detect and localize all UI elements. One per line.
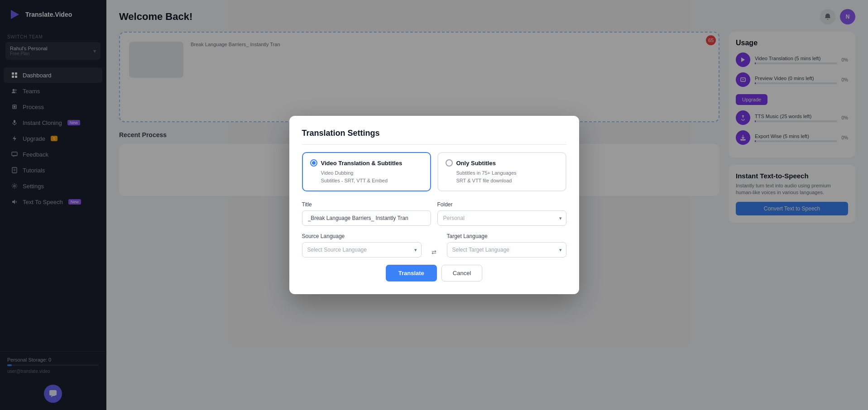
folder-select[interactable]: Personal Work Other xyxy=(437,210,566,226)
source-language-label: Source Language xyxy=(302,233,422,239)
target-language-select[interactable] xyxy=(447,242,566,257)
modal-title: Translation Settings xyxy=(302,129,566,145)
option1-label: Video Translation & Subtitles xyxy=(321,160,403,167)
source-language-group: Source Language ▾ Select Source Language xyxy=(302,233,422,257)
option2-label: Only Subtitles xyxy=(456,160,496,167)
language-row: Source Language ▾ Select Source Language… xyxy=(302,233,566,257)
translate-button[interactable]: Translate xyxy=(386,265,437,281)
option2-desc: Subtitles in 75+ Languages SRT & VTT fil… xyxy=(446,169,558,184)
cancel-button[interactable]: Cancel xyxy=(441,265,482,281)
title-group: Title xyxy=(302,201,431,226)
option1-header: Video Translation & Subtitles xyxy=(310,159,423,167)
target-language-select-wrapper: ▾ Select Target Language xyxy=(447,242,566,257)
option-video-translation[interactable]: Video Translation & Subtitles Video Dubb… xyxy=(302,152,431,191)
swap-languages-button[interactable]: ⇄ xyxy=(428,249,441,257)
title-folder-row: Title Folder Personal Work Other ▾ xyxy=(302,201,566,226)
radio-option2 xyxy=(446,159,453,167)
target-language-group: Target Language ▾ Select Target Language xyxy=(447,233,566,257)
folder-group: Folder Personal Work Other ▾ xyxy=(437,201,566,226)
folder-select-wrapper: Personal Work Other ▾ xyxy=(437,210,566,226)
option2-header: Only Subtitles xyxy=(446,159,558,167)
radio-option1 xyxy=(310,159,317,167)
title-label: Title xyxy=(302,201,431,208)
title-input[interactable] xyxy=(302,210,431,226)
modal-options: Video Translation & Subtitles Video Dubb… xyxy=(302,152,566,191)
option-only-subtitles[interactable]: Only Subtitles Subtitles in 75+ Language… xyxy=(437,152,566,191)
target-language-label: Target Language xyxy=(447,233,566,239)
folder-label: Folder xyxy=(437,201,566,208)
modal-actions: Translate Cancel xyxy=(302,265,566,281)
option1-desc: Video Dubbing Subtitles - SRT, VTT & Emb… xyxy=(310,169,423,184)
modal-overlay[interactable]: Translation Settings Video Translation &… xyxy=(0,0,868,410)
translation-settings-modal: Translation Settings Video Translation &… xyxy=(289,116,579,294)
source-language-select-wrapper: ▾ Select Source Language xyxy=(302,242,422,257)
source-language-select[interactable] xyxy=(302,242,422,257)
arrow-left-icon: ⇄ xyxy=(432,249,436,256)
